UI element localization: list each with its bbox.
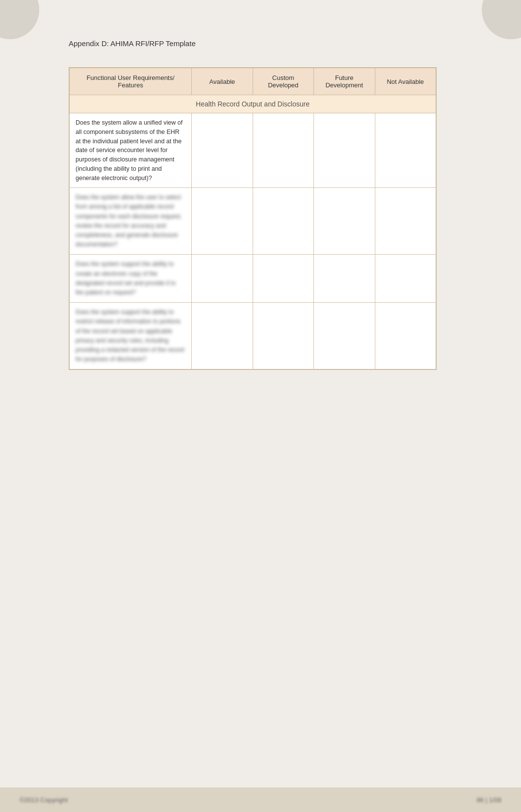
future-cell-row2 <box>314 188 375 255</box>
footer-copyright: ©2013 Copyright <box>20 796 68 804</box>
blurred-feature-row2: Does the system allow the user to select… <box>76 193 185 249</box>
notavail-cell-row3 <box>375 255 436 303</box>
available-cell-row2 <box>192 188 253 255</box>
page-title: Appendix D: AHIMA RFI/RFP Template <box>69 39 472 48</box>
notavail-cell-row4 <box>375 303 436 369</box>
header-functional: Functional User Requirements/ Features <box>70 68 192 95</box>
requirements-table: Functional User Requirements/ Features A… <box>69 68 436 369</box>
custom-cell-row3 <box>253 255 314 303</box>
available-cell-row4 <box>192 303 253 369</box>
available-cell-row3 <box>192 255 253 303</box>
section-header-row: Health Record Output and Disclosure <box>70 95 436 113</box>
notavail-cell-row2 <box>375 188 436 255</box>
blurred-feature-row4: Does the system support the ability to r… <box>76 308 185 364</box>
footer-page-number: 86 | 1/08 <box>477 796 501 804</box>
feature-cell-row4: Does the system support the ability to r… <box>70 303 192 369</box>
section-label: Health Record Output and Disclosure <box>70 95 436 113</box>
requirements-table-container: Functional User Requirements/ Features A… <box>69 67 437 370</box>
table-row: Does the system support the ability to r… <box>70 303 436 369</box>
header-available: Available <box>192 68 253 95</box>
notavail-cell-row1 <box>375 113 436 188</box>
main-content: Appendix D: AHIMA RFI/RFP Template Funct… <box>0 0 521 409</box>
blurred-feature-row3: Does the system support the ability to c… <box>76 260 185 297</box>
header-not-available: Not Available <box>375 68 436 95</box>
feature-cell-row3: Does the system support the ability to c… <box>70 255 192 303</box>
future-cell-row3 <box>314 255 375 303</box>
footer-bar: ©2013 Copyright 86 | 1/08 <box>0 787 521 812</box>
future-cell-row4 <box>314 303 375 369</box>
available-cell-row1 <box>192 113 253 188</box>
header-custom: Custom Developed <box>253 68 314 95</box>
custom-cell-row4 <box>253 303 314 369</box>
table-row: Does the system allow the user to select… <box>70 188 436 255</box>
custom-cell-row1 <box>253 113 314 188</box>
custom-cell-row2 <box>253 188 314 255</box>
header-future: Future Development <box>314 68 375 95</box>
table-header-row: Functional User Requirements/ Features A… <box>70 68 436 95</box>
future-cell-row1 <box>314 113 375 188</box>
table-row: Does the system allow a unified view of … <box>70 113 436 188</box>
feature-cell-row2: Does the system allow the user to select… <box>70 188 192 255</box>
table-row: Does the system support the ability to c… <box>70 255 436 303</box>
feature-cell-row1: Does the system allow a unified view of … <box>70 113 192 188</box>
